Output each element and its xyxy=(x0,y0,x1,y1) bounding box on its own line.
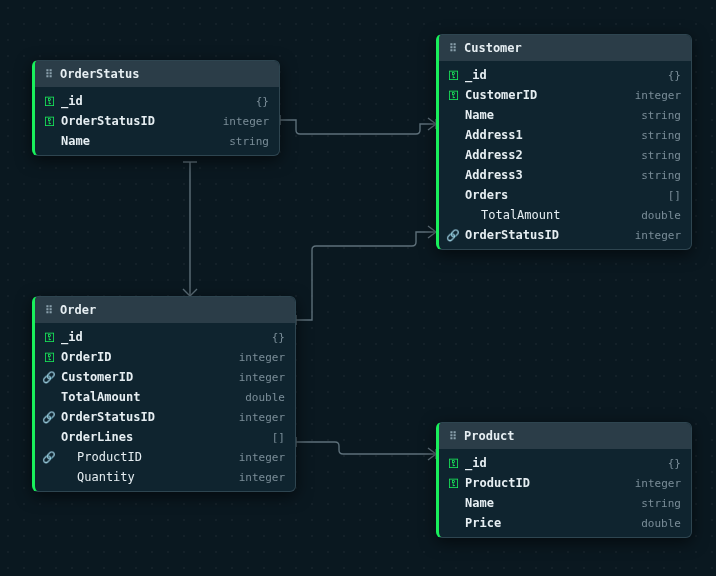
field-type: double xyxy=(641,209,681,222)
field-type: integer xyxy=(635,229,681,242)
key-icon: ⚿ xyxy=(445,477,461,490)
field-row[interactable]: TotalAmountdouble xyxy=(35,387,295,407)
field-name: ProductID xyxy=(61,450,235,464)
entity-fields: ⚿_id{}⚿OrderStatusIDintegerNamestring xyxy=(35,87,279,155)
entity-header[interactable]: ⠿ Product xyxy=(439,423,691,449)
field-type: string xyxy=(641,169,681,182)
field-name: OrderStatusID xyxy=(61,410,235,424)
field-type: integer xyxy=(223,115,269,128)
field-type: integer xyxy=(635,477,681,490)
field-name: _id xyxy=(61,330,268,344)
field-row[interactable]: 🔗CustomerIDinteger xyxy=(35,367,295,387)
field-row[interactable]: ⚿OrderIDinteger xyxy=(35,347,295,367)
field-type: double xyxy=(245,391,285,404)
field-name: CustomerID xyxy=(61,370,235,384)
field-row[interactable]: Namestring xyxy=(439,105,691,125)
field-row[interactable]: Address2string xyxy=(439,145,691,165)
field-type: {} xyxy=(668,69,681,82)
entity-customer[interactable]: ⠿ Customer ⚿_id{}⚿CustomerIDintegerNames… xyxy=(436,34,692,250)
field-row[interactable]: Pricedouble xyxy=(439,513,691,533)
field-name: Orders xyxy=(465,188,664,202)
field-row[interactable]: TotalAmountdouble xyxy=(439,205,691,225)
field-name: CustomerID xyxy=(465,88,631,102)
field-row[interactable]: Quantityinteger xyxy=(35,467,295,487)
entity-title: Product xyxy=(464,429,515,443)
field-row[interactable]: 🔗ProductIDinteger xyxy=(35,447,295,467)
field-name: OrderStatusID xyxy=(465,228,631,242)
field-name: _id xyxy=(465,456,664,470)
field-row[interactable]: ⚿_id{} xyxy=(35,91,279,111)
entity-orderstatus[interactable]: ⠿ OrderStatus ⚿_id{}⚿OrderStatusIDintege… xyxy=(32,60,280,156)
field-name: TotalAmount xyxy=(465,208,637,222)
field-type: string xyxy=(641,149,681,162)
drag-handle-icon[interactable]: ⠿ xyxy=(449,42,456,55)
field-row[interactable]: Address3string xyxy=(439,165,691,185)
link-icon: 🔗 xyxy=(41,411,57,424)
field-name: Quantity xyxy=(61,470,235,484)
entity-header[interactable]: ⠿ Order xyxy=(35,297,295,323)
entity-title: Customer xyxy=(464,41,522,55)
entity-header[interactable]: ⠿ OrderStatus xyxy=(35,61,279,87)
link-icon: 🔗 xyxy=(41,371,57,384)
key-icon: ⚿ xyxy=(41,95,57,108)
field-type: string xyxy=(641,109,681,122)
field-row[interactable]: 🔗OrderStatusIDinteger xyxy=(35,407,295,427)
link-icon: 🔗 xyxy=(445,229,461,242)
field-type: integer xyxy=(239,451,285,464)
field-row[interactable]: ⚿ProductIDinteger xyxy=(439,473,691,493)
entity-fields: ⚿_id{}⚿OrderIDinteger🔗CustomerIDintegerT… xyxy=(35,323,295,491)
field-type: integer xyxy=(635,89,681,102)
field-row[interactable]: OrderLines[] xyxy=(35,427,295,447)
field-row[interactable]: Orders[] xyxy=(439,185,691,205)
field-name: Price xyxy=(465,516,637,530)
field-row[interactable]: ⚿_id{} xyxy=(35,327,295,347)
drag-handle-icon[interactable]: ⠿ xyxy=(45,68,52,81)
field-name: Address3 xyxy=(465,168,637,182)
key-icon: ⚿ xyxy=(445,457,461,470)
field-row[interactable]: ⚿CustomerIDinteger xyxy=(439,85,691,105)
field-row[interactable]: Namestring xyxy=(35,131,279,151)
field-name: OrderLines xyxy=(61,430,268,444)
field-row[interactable]: ⚿_id{} xyxy=(439,65,691,85)
field-row[interactable]: 🔗OrderStatusIDinteger xyxy=(439,225,691,245)
field-row[interactable]: Namestring xyxy=(439,493,691,513)
field-name: OrderID xyxy=(61,350,235,364)
field-type: [] xyxy=(668,189,681,202)
field-name: OrderStatusID xyxy=(61,114,219,128)
field-type: integer xyxy=(239,351,285,364)
field-type: integer xyxy=(239,371,285,384)
entity-fields: ⚿_id{}⚿CustomerIDintegerNamestringAddres… xyxy=(439,61,691,249)
field-name: _id xyxy=(465,68,664,82)
field-type: {} xyxy=(272,331,285,344)
field-name: _id xyxy=(61,94,252,108)
field-type: string xyxy=(641,129,681,142)
entity-order[interactable]: ⠿ Order ⚿_id{}⚿OrderIDinteger🔗CustomerID… xyxy=(32,296,296,492)
key-icon: ⚿ xyxy=(445,89,461,102)
key-icon: ⚿ xyxy=(445,69,461,82)
drag-handle-icon[interactable]: ⠿ xyxy=(45,304,52,317)
entity-title: OrderStatus xyxy=(60,67,139,81)
field-name: ProductID xyxy=(465,476,631,490)
field-type: integer xyxy=(239,471,285,484)
drag-handle-icon[interactable]: ⠿ xyxy=(449,430,456,443)
field-name: TotalAmount xyxy=(61,390,241,404)
entity-product[interactable]: ⠿ Product ⚿_id{}⚿ProductIDintegerNamestr… xyxy=(436,422,692,538)
field-type: {} xyxy=(668,457,681,470)
link-icon: 🔗 xyxy=(41,451,57,464)
field-row[interactable]: ⚿_id{} xyxy=(439,453,691,473)
field-name: Name xyxy=(465,108,637,122)
key-icon: ⚿ xyxy=(41,331,57,344)
key-icon: ⚿ xyxy=(41,115,57,128)
entity-title: Order xyxy=(60,303,96,317)
entity-header[interactable]: ⠿ Customer xyxy=(439,35,691,61)
field-row[interactable]: Address1string xyxy=(439,125,691,145)
field-name: Name xyxy=(465,496,637,510)
field-name: Address2 xyxy=(465,148,637,162)
entity-fields: ⚿_id{}⚿ProductIDintegerNamestringPricedo… xyxy=(439,449,691,537)
field-type: double xyxy=(641,517,681,530)
field-name: Name xyxy=(61,134,225,148)
key-icon: ⚿ xyxy=(41,351,57,364)
field-name: Address1 xyxy=(465,128,637,142)
field-type: {} xyxy=(256,95,269,108)
field-row[interactable]: ⚿OrderStatusIDinteger xyxy=(35,111,279,131)
